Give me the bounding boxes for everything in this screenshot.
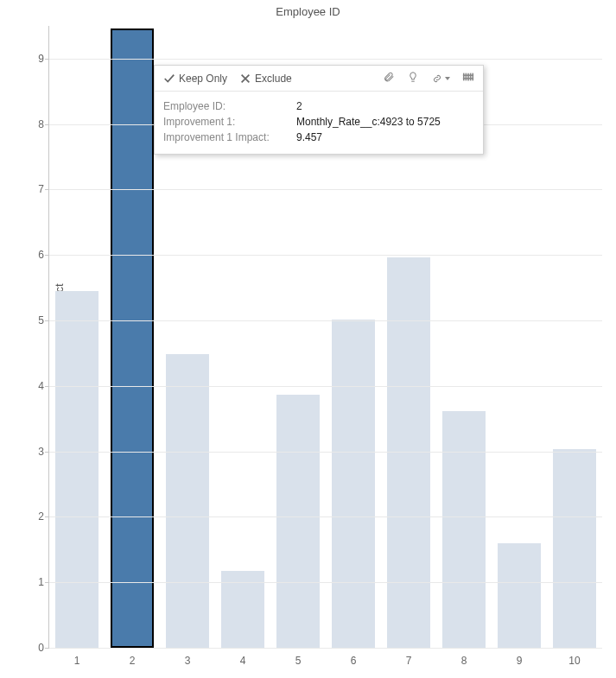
bar[interactable] bbox=[276, 395, 320, 648]
grid-line bbox=[49, 59, 602, 60]
tooltip-value: 9.457 bbox=[296, 130, 322, 145]
x-tick-label: 2 bbox=[130, 655, 136, 667]
bar-slot: 2 bbox=[105, 26, 160, 648]
link-dropdown-button[interactable] bbox=[431, 73, 450, 85]
x-tick-label: 8 bbox=[461, 655, 467, 667]
y-tick-mark bbox=[45, 582, 49, 583]
grid-line bbox=[49, 452, 602, 453]
x-tick-label: 1 bbox=[74, 655, 80, 667]
exclude-label: Exclude bbox=[255, 73, 292, 85]
y-tick-mark bbox=[45, 255, 49, 256]
tooltip: Keep Only Exclude bbox=[154, 65, 484, 155]
idea-button[interactable] bbox=[407, 71, 419, 86]
chevron-down-icon bbox=[445, 77, 450, 80]
bar-slot: 10 bbox=[547, 26, 602, 648]
y-tick-label: 6 bbox=[38, 249, 44, 261]
bar[interactable] bbox=[387, 257, 430, 648]
keep-only-button[interactable]: Keep Only bbox=[163, 73, 227, 85]
link-icon bbox=[431, 73, 443, 85]
grid-line bbox=[49, 386, 602, 387]
tooltip-key: Improvement 1: bbox=[163, 114, 293, 130]
grid-line bbox=[49, 189, 602, 190]
y-tick-mark bbox=[45, 386, 49, 387]
y-tick-mark bbox=[45, 189, 49, 190]
y-tick-mark bbox=[45, 124, 49, 125]
close-icon bbox=[239, 73, 251, 85]
tooltip-value: 2 bbox=[296, 98, 302, 114]
view-data-button[interactable] bbox=[462, 71, 474, 86]
paperclip-icon bbox=[383, 71, 395, 83]
bar-slot: 1 bbox=[49, 26, 105, 648]
chart-container: Employee ID Improvement 1 Impact 1234567… bbox=[0, 0, 616, 678]
lightbulb-icon bbox=[407, 71, 419, 83]
tooltip-value: Monthly_Rate__c:4923 to 5725 bbox=[296, 114, 441, 130]
x-tick-label: 4 bbox=[240, 655, 246, 667]
bar[interactable] bbox=[55, 291, 98, 648]
y-tick-mark bbox=[45, 452, 49, 453]
attach-button[interactable] bbox=[383, 71, 395, 86]
grid-line bbox=[49, 648, 602, 649]
grid-line bbox=[49, 320, 602, 321]
x-tick-label: 3 bbox=[185, 655, 191, 667]
y-tick-label: 5 bbox=[38, 314, 44, 326]
bar[interactable] bbox=[553, 449, 596, 648]
bar[interactable] bbox=[111, 29, 154, 648]
tooltip-key: Improvement 1 Impact: bbox=[163, 130, 293, 145]
grid-line bbox=[49, 516, 602, 517]
bar[interactable] bbox=[332, 320, 375, 648]
keep-only-label: Keep Only bbox=[179, 73, 227, 85]
y-tick-mark bbox=[45, 320, 49, 321]
y-tick-label: 8 bbox=[38, 118, 44, 130]
tooltip-body: Employee ID:2Improvement 1:Monthly_Rate_… bbox=[155, 92, 483, 154]
exclude-button[interactable]: Exclude bbox=[239, 73, 292, 85]
y-tick-mark bbox=[45, 59, 49, 60]
tooltip-toolbar: Keep Only Exclude bbox=[155, 66, 483, 92]
tooltip-key: Employee ID: bbox=[163, 98, 293, 114]
y-tick-label: 3 bbox=[38, 446, 44, 458]
x-tick-label: 10 bbox=[568, 655, 580, 667]
y-tick-label: 2 bbox=[38, 510, 44, 523]
tooltip-row: Improvement 1 Impact:9.457 bbox=[163, 130, 474, 145]
x-tick-label: 7 bbox=[406, 655, 412, 667]
chart-title: Employee ID bbox=[0, 5, 616, 18]
x-tick-label: 5 bbox=[295, 655, 302, 667]
y-tick-mark bbox=[45, 516, 49, 517]
bar-slot: 9 bbox=[492, 26, 547, 648]
check-icon bbox=[163, 73, 175, 85]
tooltip-row: Improvement 1:Monthly_Rate__c:4923 to 57… bbox=[163, 114, 474, 130]
tooltip-row: Employee ID:2 bbox=[163, 98, 474, 114]
bar[interactable] bbox=[442, 411, 486, 648]
grid-line bbox=[49, 255, 602, 256]
x-tick-label: 9 bbox=[517, 655, 523, 667]
x-tick-label: 6 bbox=[351, 655, 357, 667]
grid-icon bbox=[462, 71, 474, 83]
y-tick-label: 0 bbox=[38, 642, 44, 654]
y-tick-label: 1 bbox=[38, 576, 44, 588]
bar[interactable] bbox=[498, 543, 541, 648]
bar[interactable] bbox=[166, 354, 209, 648]
grid-line bbox=[49, 582, 602, 583]
y-tick-label: 7 bbox=[38, 183, 44, 195]
y-tick-label: 4 bbox=[38, 380, 44, 392]
y-tick-mark bbox=[45, 648, 49, 649]
y-tick-label: 9 bbox=[38, 53, 44, 65]
